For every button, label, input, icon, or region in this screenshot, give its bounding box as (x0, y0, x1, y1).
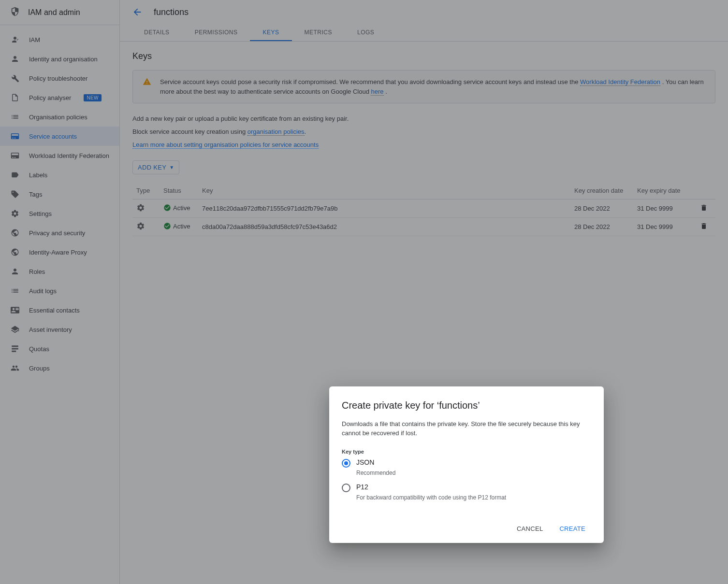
cancel-button[interactable]: CANCEL (511, 521, 549, 536)
key-type-label: Key type (342, 449, 591, 455)
dialog-desc: Downloads a file that contains the priva… (342, 420, 591, 438)
dialog-title: Create private key for ‘functions’ (342, 400, 591, 411)
radio-p12-sub: For backward compatibility with code usi… (356, 494, 591, 501)
radio-json-sub: Recommended (356, 470, 591, 476)
radio-json-label: JSON (356, 458, 374, 466)
create-key-dialog: Create private key for ‘functions’ Downl… (329, 386, 604, 543)
radio-p12[interactable]: P12 (342, 483, 591, 492)
radio-json[interactable]: JSON (342, 458, 591, 468)
radio-p12-label: P12 (356, 483, 368, 491)
radio-p12-input[interactable] (342, 484, 350, 492)
radio-json-input[interactable] (342, 459, 350, 468)
create-button[interactable]: CREATE (553, 521, 591, 536)
